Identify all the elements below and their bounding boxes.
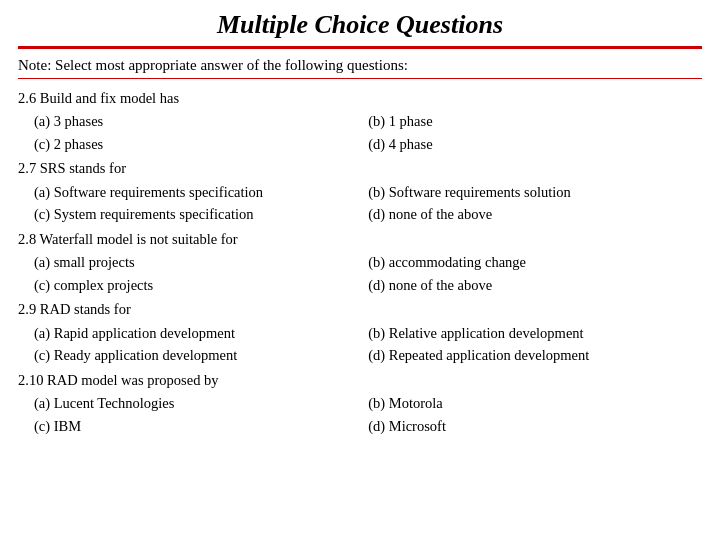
question-title: 2.9 RAD stands for: [18, 298, 702, 320]
option-item: (c) Ready application development: [34, 344, 360, 366]
option-item: (d) 4 phase: [368, 133, 702, 155]
note-text: Note: Select most appropriate answer of …: [18, 57, 702, 79]
page: Multiple Choice Questions Note: Select m…: [0, 0, 720, 540]
options-right: (b) accommodating change(d) none of the …: [360, 251, 702, 296]
options-left: (a) Software requirements specification(…: [18, 181, 360, 226]
options-right: (b) 1 phase(d) 4 phase: [360, 110, 702, 155]
option-item: (c) 2 phases: [34, 133, 360, 155]
option-item: (c) System requirements specification: [34, 203, 360, 225]
option-item: (a) Rapid application development: [34, 322, 360, 344]
option-item: (c) complex projects: [34, 274, 360, 296]
option-item: (b) Relative application development: [368, 322, 702, 344]
question-title: 2.6 Build and fix model has: [18, 87, 702, 109]
options-left: (a) 3 phases(c) 2 phases: [18, 110, 360, 155]
options-right: (b) Software requirements solution(d) no…: [360, 181, 702, 226]
question-block: 2.8 Waterfall model is not suitable for(…: [18, 228, 702, 296]
option-item: (c) IBM: [34, 415, 360, 437]
options-row: (a) Lucent Technologies(c) IBM(b) Motoro…: [18, 392, 702, 437]
option-item: (a) Software requirements specification: [34, 181, 360, 203]
page-title: Multiple Choice Questions: [18, 10, 702, 49]
option-item: (d) none of the above: [368, 274, 702, 296]
option-item: (a) small projects: [34, 251, 360, 273]
question-block: 2.7 SRS stands for(a) Software requireme…: [18, 157, 702, 225]
options-row: (a) Software requirements specification(…: [18, 181, 702, 226]
option-item: (b) Software requirements solution: [368, 181, 702, 203]
options-right: (b) Relative application development(d) …: [360, 322, 702, 367]
option-item: (b) Motorola: [368, 392, 702, 414]
option-item: (d) Microsoft: [368, 415, 702, 437]
options-left: (a) Rapid application development(c) Rea…: [18, 322, 360, 367]
question-title: 2.8 Waterfall model is not suitable for: [18, 228, 702, 250]
question-title: 2.7 SRS stands for: [18, 157, 702, 179]
option-item: (b) accommodating change: [368, 251, 702, 273]
option-item: (a) Lucent Technologies: [34, 392, 360, 414]
option-item: (a) 3 phases: [34, 110, 360, 132]
questions-content: 2.6 Build and fix model has(a) 3 phases(…: [18, 87, 702, 437]
option-item: (d) Repeated application development: [368, 344, 702, 366]
question-block: 2.9 RAD stands for(a) Rapid application …: [18, 298, 702, 366]
options-left: (a) Lucent Technologies(c) IBM: [18, 392, 360, 437]
question-block: 2.10 RAD model was proposed by(a) Lucent…: [18, 369, 702, 437]
options-row: (a) 3 phases(c) 2 phases(b) 1 phase(d) 4…: [18, 110, 702, 155]
options-row: (a) small projects(c) complex projects(b…: [18, 251, 702, 296]
options-right: (b) Motorola(d) Microsoft: [360, 392, 702, 437]
option-item: (b) 1 phase: [368, 110, 702, 132]
question-title: 2.10 RAD model was proposed by: [18, 369, 702, 391]
options-left: (a) small projects(c) complex projects: [18, 251, 360, 296]
option-item: (d) none of the above: [368, 203, 702, 225]
question-block: 2.6 Build and fix model has(a) 3 phases(…: [18, 87, 702, 155]
options-row: (a) Rapid application development(c) Rea…: [18, 322, 702, 367]
